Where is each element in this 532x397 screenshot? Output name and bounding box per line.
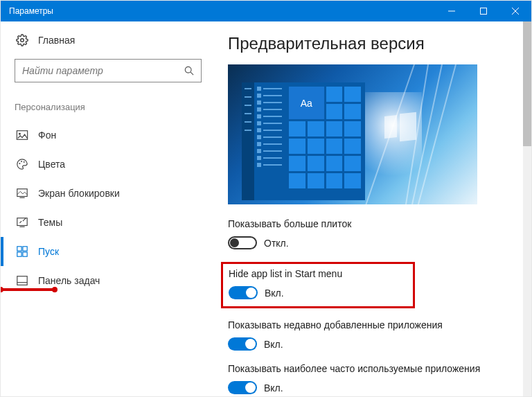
- scrollbar[interactable]: [523, 21, 531, 396]
- windows-logo-icon: [384, 113, 416, 141]
- sidebar-item-themes[interactable]: Темы: [15, 208, 202, 237]
- svg-rect-17: [17, 252, 21, 256]
- svg-rect-13: [17, 218, 27, 226]
- page-title: Предварительная версия: [228, 34, 511, 53]
- svg-point-7: [19, 133, 21, 135]
- sidebar: Главная Персонализация Фон Цвета Экран б…: [1, 21, 215, 396]
- taskbar-icon: [16, 274, 28, 287]
- search-input[interactable]: [22, 65, 184, 76]
- setting-most-used: Показывать наиболее часто используемые п…: [228, 363, 511, 394]
- toggle-more-tiles[interactable]: [228, 236, 257, 249]
- svg-rect-16: [23, 247, 27, 251]
- svg-rect-19: [17, 276, 27, 285]
- search-icon: [184, 66, 194, 76]
- home-label: Главная: [38, 35, 75, 46]
- content-pane: Предварительная версия: [215, 21, 531, 396]
- svg-point-8: [19, 163, 20, 164]
- picture-icon: [16, 129, 28, 141]
- setting-recently-added: Показывать недавно добавленные приложени…: [228, 319, 511, 351]
- sidebar-item-start[interactable]: Пуск: [15, 237, 202, 266]
- search-box[interactable]: [15, 59, 202, 82]
- sidebar-item-label: Цвета: [38, 159, 65, 170]
- minimize-button[interactable]: [436, 1, 468, 21]
- preview-tile-text: Aa: [289, 87, 324, 119]
- lockscreen-icon: [16, 187, 28, 200]
- titlebar-buttons: [436, 1, 531, 21]
- setting-more-tiles: Показывать больше плиток Откл.: [228, 218, 511, 249]
- maximize-button[interactable]: [468, 1, 499, 21]
- svg-point-10: [24, 161, 25, 163]
- annotation-underline: [1, 288, 55, 291]
- sidebar-item-label: Темы: [38, 217, 62, 228]
- setting-label: Hide app list in Start menu: [229, 268, 385, 279]
- toggle-hide-app-list[interactable]: [229, 286, 258, 299]
- start-menu-mock: Aa: [242, 82, 365, 200]
- svg-point-9: [21, 161, 22, 162]
- toggle-state-text: Вкл.: [264, 382, 283, 394]
- start-preview: Aa: [228, 64, 477, 204]
- svg-point-4: [185, 67, 191, 73]
- annotation-dot: [1, 287, 3, 292]
- sidebar-item-label: Фон: [38, 130, 56, 141]
- sidebar-item-lockscreen[interactable]: Экран блокировки: [15, 179, 202, 208]
- sidebar-item-label: Панель задач: [38, 275, 100, 286]
- sidebar-item-label: Пуск: [38, 246, 59, 257]
- category-label: Персонализация: [15, 102, 202, 112]
- themes-icon: [16, 216, 28, 229]
- settings-window: Параметры Главная Персонализация: [1, 1, 531, 396]
- close-button[interactable]: [499, 1, 531, 21]
- window-title: Параметры: [9, 6, 53, 16]
- scrollbar-thumb[interactable]: [523, 21, 531, 146]
- svg-line-5: [190, 72, 193, 75]
- annotation-box: Hide app list in Start menu Вкл.: [221, 262, 415, 308]
- sidebar-item-background[interactable]: Фон: [15, 121, 202, 150]
- gear-icon: [16, 34, 28, 46]
- toggle-state-text: Откл.: [264, 238, 289, 249]
- svg-rect-15: [17, 247, 21, 251]
- toggle-state-text: Вкл.: [265, 288, 284, 299]
- toggle-state-text: Вкл.: [264, 339, 283, 350]
- svg-rect-1: [481, 8, 487, 15]
- setting-label: Показывать больше плиток: [228, 218, 511, 229]
- toggle-most-used[interactable]: [228, 381, 257, 394]
- svg-rect-18: [23, 252, 27, 256]
- setting-label: Показывать наиболее часто используемые п…: [228, 363, 511, 374]
- palette-icon: [16, 158, 28, 170]
- setting-label: Показывать недавно добавленные приложени…: [228, 319, 511, 330]
- start-icon: [16, 245, 28, 258]
- annotation-dot: [52, 287, 57, 292]
- home-button[interactable]: Главная: [16, 34, 202, 46]
- titlebar: Параметры: [1, 1, 531, 21]
- window-body: Главная Персонализация Фон Цвета Экран б…: [1, 21, 531, 396]
- sidebar-item-colors[interactable]: Цвета: [15, 150, 202, 179]
- setting-hide-app-list: Hide app list in Start menu Вкл.: [229, 268, 385, 299]
- toggle-recently-added[interactable]: [228, 337, 257, 351]
- sidebar-item-label: Экран блокировки: [38, 188, 120, 199]
